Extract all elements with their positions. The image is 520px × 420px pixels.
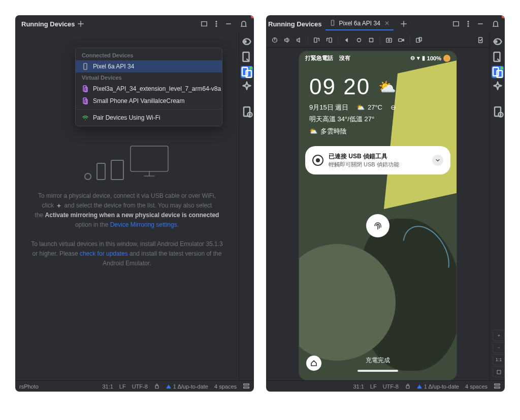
devices-illustration [84,145,170,180]
screen-record-icon[interactable] [396,34,407,46]
status-nosim: 沒有 [339,55,350,61]
add-device-button[interactable] [398,18,410,30]
svg-point-2 [216,23,217,24]
device-mirroring-settings-link[interactable]: Device Mirroring settings [110,221,177,228]
svg-rect-12 [242,67,248,76]
volume-up-icon[interactable] [281,34,292,46]
device-manager-icon[interactable] [241,106,253,118]
empty-text-mirror: To mirror a physical device, connect it … [35,191,219,230]
card-title: 已連接 USB 偵錯工具 [329,152,399,161]
caret-position[interactable]: 31:1 [353,383,364,390]
more-icon[interactable] [210,18,222,30]
ui-check-icon[interactable] [475,34,486,46]
usb-debug-notification[interactable]: 已連接 USB 偵錯工具 輕觸即可關閉 USB 偵錯功能 [305,146,450,174]
footer-more-icon[interactable] [494,382,501,391]
tab-label: Pixel 6a API 34 [339,20,380,27]
device-pixel6a[interactable]: Pixel 6a API 34 [76,60,222,73]
emulator-toolbar [266,32,490,48]
svg-point-27 [358,38,361,42]
vcs-triangle-icon [417,384,422,389]
minimize-icon[interactable] [222,18,235,30]
device-manager-icon[interactable] [492,106,504,118]
encoding[interactable]: UTF-8 [132,383,148,390]
readonly-icon[interactable] [405,383,411,390]
rotate-left-icon[interactable] [311,34,322,46]
device-screen[interactable]: 打緊急電話 沒有 ⊖ ▾ ▮ 100% 09 20 ⛅ [299,51,457,380]
zoom-reset-button[interactable]: 1:1 [493,354,505,365]
check-updates-link[interactable]: check for updates [80,250,128,257]
line-sep[interactable]: LF [370,383,377,390]
indent[interactable]: 4 spaces [465,383,488,390]
chevron-down-icon[interactable] [432,155,443,166]
nav-pill[interactable] [358,370,398,372]
zoom-out-button[interactable]: － [493,342,505,353]
rotate-right-icon[interactable] [323,34,335,46]
device-settings-icon[interactable] [413,34,425,46]
pair-wifi[interactable]: Pair Devices Using Wi-Fi [76,112,222,124]
svg-rect-0 [202,22,207,26]
svg-rect-20 [453,22,459,26]
ai-sparkle-icon[interactable] [241,81,253,93]
cloud-icon: ⛅ [309,125,317,137]
weather-text: 多雲時陰 [320,125,347,137]
assistant-icon[interactable] [241,36,253,48]
ai-sparkle-icon[interactable] [492,81,504,93]
screenshot-icon[interactable] [383,34,395,46]
zoom-in-button[interactable]: ＋ [493,330,505,341]
window-mode-icon[interactable] [198,18,210,30]
zoom-controls: ＋ － 1:1 [493,330,505,377]
encoding[interactable]: UTF-8 [383,383,399,390]
vcs-status[interactable]: 1 Δ/up-to-date [417,383,459,390]
home-icon[interactable] [353,34,365,46]
status-emergency: 打緊急電話 [305,55,333,61]
footer-more-icon[interactable] [243,382,250,391]
phone-icon [330,20,336,27]
overview-icon[interactable] [366,34,377,46]
svg-point-21 [468,21,469,22]
vcs-status[interactable]: 1 Δ/up-to-date [166,383,208,390]
power-icon[interactable] [269,34,280,46]
running-devices-icon[interactable] [241,66,253,78]
device-tab-pixel6a[interactable]: Pixel 6a API 34 ✕ [326,17,393,30]
layout-preview-icon[interactable] [241,51,253,63]
device-mirror-viewport: 打緊急電話 沒有 ⊖ ▾ ▮ 100% 09 20 ⛅ [266,48,490,380]
add-device-button[interactable] [75,18,87,30]
battery-pct: 100% [427,55,441,61]
svg-rect-35 [497,370,501,374]
running-devices-icon[interactable] [492,66,504,78]
svg-rect-17 [244,383,249,385]
notifications-icon[interactable] [490,18,502,30]
window-mode-icon[interactable] [450,18,462,30]
svg-rect-34 [479,37,482,43]
svg-rect-9 [131,146,168,171]
svg-point-30 [388,39,390,41]
line-sep[interactable]: LF [119,383,126,390]
charge-status: 充電完成 [299,356,457,365]
indent[interactable]: 4 spaces [214,383,237,390]
running-devices-panel-mirrored: Running Devices Pixel 6a API 34 ✕ [266,15,505,392]
notifications-icon[interactable] [238,18,250,30]
layout-preview-icon[interactable] [492,51,504,63]
svg-point-3 [216,26,217,27]
device-pixel3a[interactable]: Pixel3a_API_34_extension_level_7_arm64-v… [76,83,222,95]
home-shortcut-icon[interactable] [306,356,321,371]
more-icon[interactable] [462,18,474,30]
empty-text-emulator: To launch virtual devices in this window… [30,239,223,269]
bug-icon [312,155,323,166]
do-not-disturb-icon: ⊖ [410,55,415,61]
device-smallphone[interactable]: Small Phone API VanillaIceCream [76,95,222,107]
wifi-icon: ▾ [417,55,420,61]
assistant-icon[interactable] [492,36,504,48]
zoom-fit-button[interactable] [493,366,505,377]
back-icon[interactable] [341,34,352,46]
svg-rect-44 [495,387,500,388]
weather-icon: ⛅ [378,79,397,95]
svg-rect-29 [386,38,392,42]
panel-header: Running Devices Pixel 6a API 34 ✕ [266,15,505,32]
close-tab-icon[interactable]: ✕ [384,20,389,27]
readonly-icon[interactable] [154,383,160,390]
fingerprint-icon[interactable] [366,214,389,237]
volume-down-icon[interactable] [294,34,305,46]
minimize-icon[interactable] [474,18,486,30]
caret-position[interactable]: 31:1 [102,383,113,390]
